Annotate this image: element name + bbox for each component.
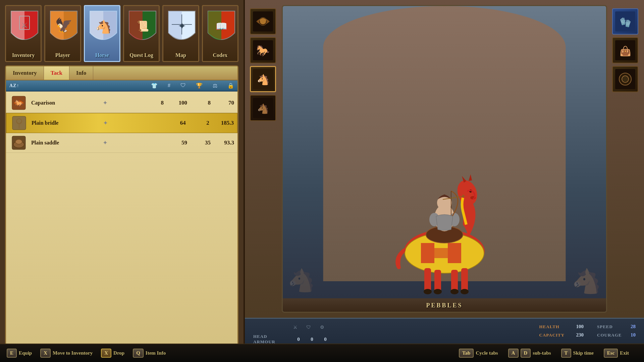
key-a[interactable]: A [508,349,519,358]
svg-point-41 [461,289,469,294]
svg-text:🧤: 🧤 [620,17,631,28]
key-e[interactable]: E [7,349,17,358]
stat3-saddle: 35 [199,139,211,146]
head-armour-label: HEAD ARMOUR [253,334,290,345]
sort-button[interactable]: AZ↑ [9,83,19,88]
speed-courage-group: SPEED 28 COURAGE 10 [597,324,636,338]
item-equip-saddle: ✦ [98,139,112,146]
inventory-items-list: 🐎 Caparison ✦ 8 100 8 70 [6,92,237,346]
bottom-bar: E Equip X Move to Inventory X Drop Q Ite… [0,344,644,362]
tab-player[interactable]: 🦅 Player [44,5,81,62]
svg-text:🛡: 🛡 [306,325,311,330]
col-icon-shirt: 👕 [151,82,158,89]
stat4-caparison: 70 [222,100,234,106]
inv-tab-info[interactable]: Info [69,66,93,80]
action-move-inventory: X Move to Inventory [40,349,93,358]
tab-horse-label: Horse [95,52,109,58]
key-tab[interactable]: Tab [459,349,474,358]
svg-text:🐎: 🐎 [14,99,23,107]
tab-codex-label: Codex [213,52,228,58]
stat1-caparison: 8 [152,100,164,106]
tab-map-label: Map [175,52,186,58]
capacity-value: 230 [576,332,584,338]
armour-col1-icon: ⚔ [292,324,299,330]
item-name-saddle: Plain saddle [31,140,98,146]
tab-codex[interactable]: 📖 Codex [202,5,238,62]
key-t[interactable]: T [561,349,571,358]
health-label: HEALTH [539,324,570,329]
equip-slot-shadow1[interactable]: 🐴 [250,95,276,121]
inv-tab-tack[interactable]: Tack [44,66,69,80]
svg-point-15 [15,139,22,144]
item-name-bridle: Plain bridle [32,120,99,126]
svg-rect-35 [434,270,441,292]
item-row-caparison[interactable]: 🐎 Caparison ✦ 8 100 8 70 [6,93,237,113]
speed-label: SPEED [597,324,624,329]
head-val-1: 0 [295,337,302,342]
tab-player-label: Player [55,52,70,58]
svg-text:🐴: 🐴 [257,103,269,114]
svg-rect-33 [434,248,448,258]
inv-tab-inventory[interactable]: Inventory [6,66,44,80]
horse-name: PEBBLES [426,302,463,309]
armour-col2-icon: 🛡 [305,324,312,330]
svg-rect-37 [461,268,468,292]
col-icon-scale: ⚖ [213,82,217,89]
equip-slot-right-1[interactable]: 🧤 [612,8,638,35]
svg-rect-36 [451,270,458,292]
equip-slot-right-2[interactable]: 👜 [612,37,638,63]
key-x-move[interactable]: X [40,349,51,358]
health-value: 100 [576,324,584,329]
svg-rect-34 [424,268,431,292]
item-stats-caparison: 8 100 8 70 [152,100,234,106]
key-x-drop[interactable]: X [101,349,111,358]
item-stats-saddle: 59 35 93.3 [152,139,234,146]
label-cycle-tabs: Cycle tabs [476,350,498,356]
main-container: ⚔ Inventory 🦅 Player 🐴 [0,0,644,362]
head-val-2: 0 [309,337,315,342]
action-item-info: Q Item Info [133,349,166,358]
tab-quest[interactable]: 📜 Quest Log [123,5,160,62]
equip-slot-horse-active[interactable]: 🐴 [250,66,276,92]
key-q[interactable]: Q [133,349,144,358]
item-stats-bridle: 64 2 185.3 [151,120,234,126]
action-cycle-tabs: Tab Cycle tabs [459,349,498,358]
bottom-right-actions: Tab Cycle tabs A D sub-tabs T Skip time … [459,349,637,358]
inventory-header: AZ↑ 👕 # 🛡 🏆 ⚖ 🔒 [6,80,237,92]
svg-text:🐎: 🐎 [256,44,270,57]
action-exit: Esc Exit [604,349,629,358]
svg-text:🦅: 🦅 [55,17,73,34]
equip-slot-right-3[interactable] [612,66,638,92]
key-d[interactable]: D [521,349,531,358]
right-panel: 🐎 🐴 🐴 [245,0,644,362]
tab-inventory[interactable]: ⚔ Inventory [5,5,42,62]
tab-quest-label: Quest Log [129,52,153,58]
equip-slot-horse-armor[interactable]: 🐎 [250,37,276,63]
item-row-saddle[interactable]: Plain saddle ✦ 59 35 93.3 [6,133,237,153]
svg-text:🐴: 🐴 [95,19,111,35]
top-tabs: ⚔ Inventory 🦅 Player 🐴 [5,5,238,62]
item-row-bridle[interactable]: Plain bridle ✦ 64 2 185.3 [6,113,237,133]
col-icon-chalice: 🏆 [196,82,203,89]
stat3-bridle: 2 [198,120,209,126]
col-icon-shield: 🛡 [180,82,186,89]
speed-row: SPEED 28 [597,324,636,329]
stat4-saddle: 93.3 [222,139,234,146]
label-move-inventory: Move to Inventory [53,350,93,356]
key-esc[interactable]: Esc [604,349,618,358]
svg-text:⚔: ⚔ [293,325,298,330]
item-name-caparison: Caparison [31,100,98,106]
item-icon-caparison: 🐎 [9,95,28,111]
left-panel: ⚔ Inventory 🦅 Player 🐴 [0,0,245,362]
col-icon-hash: # [168,82,170,89]
svg-point-38 [424,289,432,294]
equip-slot-caparison[interactable] [250,8,276,35]
svg-text:🐴: 🐴 [257,74,270,86]
health-row: HEALTH 100 [539,324,584,329]
label-item-info: Item Info [146,350,166,356]
speed-value: 28 [631,324,636,329]
courage-value: 10 [631,332,636,338]
tab-horse[interactable]: 🐴 Horse [84,5,120,62]
tab-map[interactable]: ✦ Map [162,5,199,62]
horse-viewer: PEBBLES 🐴 🐴 [282,5,607,313]
